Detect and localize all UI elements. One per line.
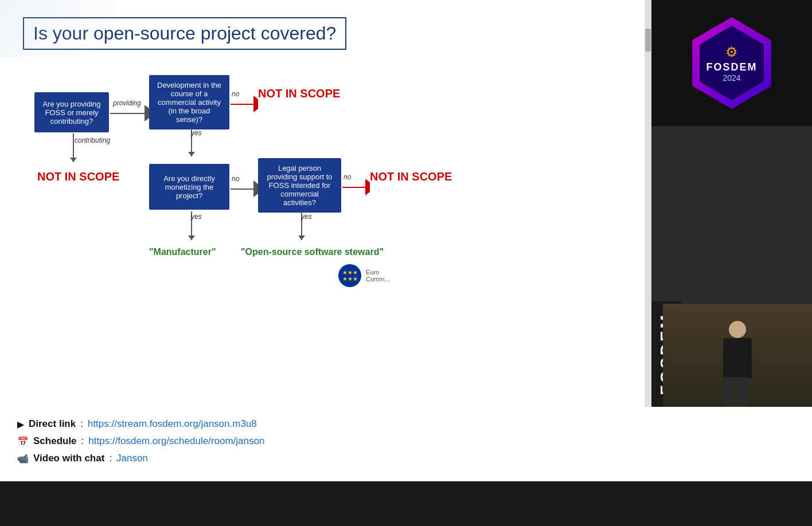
yes1-label: yes	[191, 129, 202, 137]
direct-link-colon: :	[80, 418, 83, 430]
yes3-label: yes	[301, 213, 312, 221]
presenter-area	[663, 304, 812, 407]
body-shape	[723, 338, 752, 378]
schedule-url[interactable]: https://fosdem.org/schedule/room/janson	[88, 435, 264, 447]
leg-left	[723, 377, 735, 406]
no3-arrow: no	[342, 182, 370, 193]
hex-inner: ⚙ FOSDEM 2024	[694, 26, 769, 100]
calendar-icon: 📅	[17, 436, 29, 447]
leg-right	[736, 377, 747, 406]
play-icon: ▶	[17, 419, 24, 430]
hex-outer: ⚙ FOSDEM 2024	[686, 17, 778, 109]
not-in-scope-2: NOT IN SCOPE	[37, 170, 119, 183]
providing-arrow: providing	[110, 108, 149, 119]
h-line3	[231, 189, 242, 190]
eu-text: EuroComm...	[366, 269, 390, 282]
video-chat-colon: :	[109, 453, 112, 464]
no1-arrow: no	[231, 99, 258, 109]
contributing-label: contributing	[75, 136, 110, 144]
fosdem-logo: ⚙ FOSDEM 2024	[680, 11, 783, 115]
video-chat-label: Video with chat	[33, 453, 104, 464]
no1-label: no	[232, 90, 239, 98]
flowchart-box4: Legal person providing support to FOSS i…	[258, 158, 341, 213]
info-section: ▶ Direct link : https://stream.fosdem.or…	[0, 407, 812, 481]
red-arrowhead2	[365, 182, 370, 193]
result-steward: "Open-source software steward"	[241, 247, 384, 257]
red-line1	[231, 104, 242, 105]
eu-circle: ★★★★★★	[338, 264, 361, 287]
fosdem-text: FOSDEM	[706, 61, 757, 73]
video-chat-value[interactable]: Janson	[116, 453, 148, 464]
direct-link-row: ▶ Direct link : https://stream.fosdem.or…	[17, 418, 795, 430]
right-sidebar: ⚙ FOSDEM 2024 FOSDEM	[651, 0, 812, 407]
schedule-label: Schedule	[33, 435, 77, 447]
red-line2	[242, 104, 253, 105]
slide-panel: Is your open-source project covered? Are…	[0, 0, 651, 407]
presenter-figure	[715, 315, 760, 407]
red-line4	[354, 187, 365, 188]
flowchart-container: Are you providing FOSS or merely contrib…	[23, 69, 539, 356]
direct-link-url[interactable]: https://stream.fosdem.org/janson.m3u8	[88, 418, 257, 430]
main-area: Is your open-source project covered? Are…	[0, 0, 812, 407]
schedule-colon: :	[81, 435, 84, 447]
arrowhead-right1	[145, 108, 149, 119]
video-chat-row: 📹 Video with chat : Janson	[17, 453, 795, 464]
yes2-label: yes	[191, 213, 202, 221]
h-line4	[242, 189, 253, 190]
flowchart-box3: Are you directly monetizing the project?	[149, 164, 229, 210]
not-in-scope-3: NOT IN SCOPE	[370, 170, 452, 183]
flowchart-box2: Development in the course of a commercia…	[149, 75, 229, 129]
red-line3	[342, 187, 354, 188]
video-area: FOSDEM	[651, 126, 812, 407]
direct-link-label: Direct link	[29, 418, 76, 430]
fosdem-year: 2024	[723, 73, 740, 83]
red-arrowhead1	[253, 99, 258, 109]
no2-arrow: no	[231, 184, 258, 194]
schedule-row: 📅 Schedule : https://fosdem.org/schedule…	[17, 435, 795, 447]
yes1-arrow: yes	[188, 128, 195, 167]
yes3-arrow: yes	[298, 211, 305, 250]
arrowhead-right2	[253, 184, 258, 194]
not-in-scope-1: NOT IN SCOPE	[258, 87, 340, 100]
scrollbar[interactable]	[645, 0, 651, 407]
head-shape	[729, 321, 746, 338]
no2-label: no	[232, 175, 239, 183]
contributing-arrow: contributing	[70, 134, 77, 172]
no3-label: no	[343, 173, 351, 181]
yes2-arrow: yes	[188, 211, 195, 250]
result-manufacturer: "Manufacturer"	[149, 247, 216, 257]
video-icon: 📹	[17, 453, 29, 464]
providing-label: providing	[113, 99, 141, 107]
flowchart-box1: Are you providing FOSS or merely contrib…	[34, 92, 109, 132]
gear-icon: ⚙	[725, 44, 738, 60]
h-line	[110, 113, 127, 114]
eu-logo-area: ★★★★★★ EuroComm...	[338, 264, 390, 287]
scroll-thumb[interactable]	[645, 29, 651, 52]
h-line2	[127, 113, 145, 114]
